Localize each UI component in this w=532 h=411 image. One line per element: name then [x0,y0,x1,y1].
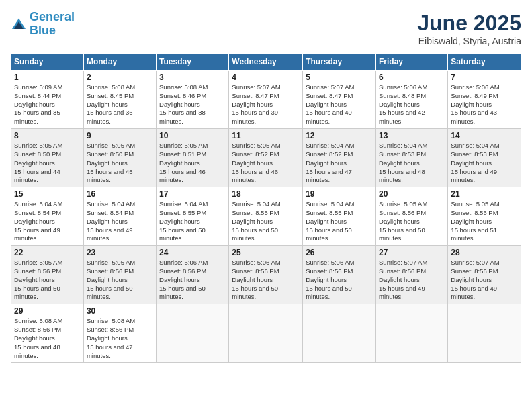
day-detail: Sunrise: 5:08 AM Sunset: 8:56 PM Dayligh… [14,317,81,360]
day-detail: Sunrise: 5:04 AM Sunset: 8:55 PM Dayligh… [159,200,226,243]
calendar-cell-24: 24 Sunrise: 5:06 AM Sunset: 8:56 PM Dayl… [157,246,229,304]
header-saturday: Saturday [448,54,521,71]
day-detail: Sunrise: 5:04 AM Sunset: 8:53 PM Dayligh… [451,142,518,185]
day-number: 14 [451,131,518,140]
logo-text: General Blue [30,11,75,38]
day-detail: Sunrise: 5:04 AM Sunset: 8:52 PM Dayligh… [306,142,373,185]
calendar-cell-3: 3 Sunrise: 5:08 AM Sunset: 8:46 PM Dayli… [157,71,229,129]
calendar-cell-empty [303,304,376,363]
day-detail: Sunrise: 5:05 AM Sunset: 8:56 PM Dayligh… [87,259,153,302]
calendar-cell-27: 27 Sunrise: 5:07 AM Sunset: 8:56 PM Dayl… [376,246,448,304]
day-detail: Sunrise: 5:05 AM Sunset: 8:56 PM Dayligh… [451,200,518,243]
calendar-cell-10: 10 Sunrise: 5:05 AM Sunset: 8:51 PM Dayl… [157,129,229,187]
week-row-5: 29 Sunrise: 5:08 AM Sunset: 8:56 PM Dayl… [11,304,521,363]
day-detail: Sunrise: 5:07 AM Sunset: 8:47 PM Dayligh… [306,83,373,126]
month-title: June 2025 [417,11,521,36]
page: General Blue June 2025 Eibiswald, Styria… [0,0,532,411]
day-detail: Sunrise: 5:07 AM Sunset: 8:47 PM Dayligh… [232,83,300,126]
week-row-2: 8 Sunrise: 5:05 AM Sunset: 8:50 PM Dayli… [11,129,521,187]
day-number: 3 [159,73,226,82]
day-number: 28 [451,248,518,257]
day-number: 23 [87,248,153,257]
day-number: 26 [306,248,373,257]
header-tuesday: Tuesday [157,54,229,71]
calendar-cell-2: 2 Sunrise: 5:08 AM Sunset: 8:45 PM Dayli… [83,71,156,129]
day-number: 12 [306,131,373,140]
day-detail: Sunrise: 5:06 AM Sunset: 8:56 PM Dayligh… [306,259,373,302]
calendar-cell-empty [229,304,303,363]
header-thursday: Thursday [303,54,376,71]
header-monday: Monday [83,54,156,71]
day-number: 2 [87,73,153,82]
day-detail: Sunrise: 5:05 AM Sunset: 8:50 PM Dayligh… [14,142,81,185]
day-number: 6 [379,73,445,82]
title-block: June 2025 Eibiswald, Styria, Austria [417,11,521,46]
calendar-cell-1: 1 Sunrise: 5:09 AM Sunset: 8:44 PM Dayli… [11,71,84,129]
day-detail: Sunrise: 5:06 AM Sunset: 8:56 PM Dayligh… [159,259,226,302]
day-number: 25 [232,248,300,257]
day-number: 13 [379,131,445,140]
calendar-cell-25: 25 Sunrise: 5:06 AM Sunset: 8:56 PM Dayl… [229,246,303,304]
day-detail: Sunrise: 5:06 AM Sunset: 8:49 PM Dayligh… [451,83,518,126]
calendar-cell-7: 7 Sunrise: 5:06 AM Sunset: 8:49 PM Dayli… [448,71,521,129]
calendar-cell-21: 21 Sunrise: 5:05 AM Sunset: 8:56 PM Dayl… [448,187,521,246]
calendar-cell-empty [376,304,448,363]
day-detail: Sunrise: 5:04 AM Sunset: 8:54 PM Dayligh… [14,200,81,243]
day-number: 4 [232,73,300,82]
day-detail: Sunrise: 5:05 AM Sunset: 8:52 PM Dayligh… [232,142,300,185]
header-sunday: Sunday [11,54,84,71]
day-number: 18 [232,189,300,199]
day-detail: Sunrise: 5:04 AM Sunset: 8:54 PM Dayligh… [87,200,153,243]
day-number: 15 [14,189,81,199]
day-number: 21 [451,189,518,199]
calendar-table: Sunday Monday Tuesday Wednesday Thursday… [11,53,521,363]
calendar-cell-11: 11 Sunrise: 5:05 AM Sunset: 8:52 PM Dayl… [229,129,303,187]
logo: General Blue [11,11,75,38]
day-number: 19 [306,189,373,199]
day-number: 11 [232,131,300,140]
calendar-cell-15: 15 Sunrise: 5:04 AM Sunset: 8:54 PM Dayl… [11,187,84,246]
calendar-cell-20: 20 Sunrise: 5:05 AM Sunset: 8:56 PM Dayl… [376,187,448,246]
logo-icon [11,17,27,31]
day-number: 16 [87,189,153,199]
day-number: 30 [87,306,153,316]
calendar-cell-17: 17 Sunrise: 5:04 AM Sunset: 8:55 PM Dayl… [157,187,229,246]
week-row-1: 1 Sunrise: 5:09 AM Sunset: 8:44 PM Dayli… [11,71,521,129]
week-row-4: 22 Sunrise: 5:05 AM Sunset: 8:56 PM Dayl… [11,246,521,304]
calendar-cell-6: 6 Sunrise: 5:06 AM Sunset: 8:48 PM Dayli… [376,71,448,129]
day-number: 10 [159,131,226,140]
header: General Blue June 2025 Eibiswald, Styria… [11,11,521,46]
day-number: 22 [14,248,81,257]
day-number: 24 [159,248,226,257]
day-detail: Sunrise: 5:05 AM Sunset: 8:51 PM Dayligh… [159,142,226,185]
location: Eibiswald, Styria, Austria [417,36,521,46]
day-detail: Sunrise: 5:05 AM Sunset: 8:50 PM Dayligh… [87,142,153,185]
day-number: 9 [87,131,153,140]
day-detail: Sunrise: 5:05 AM Sunset: 8:56 PM Dayligh… [379,200,445,243]
calendar-cell-16: 16 Sunrise: 5:04 AM Sunset: 8:54 PM Dayl… [83,187,156,246]
day-detail: Sunrise: 5:05 AM Sunset: 8:56 PM Dayligh… [14,259,81,302]
day-number: 29 [14,306,81,316]
calendar-cell-23: 23 Sunrise: 5:05 AM Sunset: 8:56 PM Dayl… [83,246,156,304]
calendar-cell-4: 4 Sunrise: 5:07 AM Sunset: 8:47 PM Dayli… [229,71,303,129]
calendar-cell-26: 26 Sunrise: 5:06 AM Sunset: 8:56 PM Dayl… [303,246,376,304]
day-detail: Sunrise: 5:04 AM Sunset: 8:55 PM Dayligh… [306,200,373,243]
day-number: 7 [451,73,518,82]
calendar-cell-empty [157,304,229,363]
day-detail: Sunrise: 5:07 AM Sunset: 8:56 PM Dayligh… [451,259,518,302]
day-detail: Sunrise: 5:09 AM Sunset: 8:44 PM Dayligh… [14,83,81,126]
day-detail: Sunrise: 5:08 AM Sunset: 8:56 PM Dayligh… [87,317,153,360]
day-detail: Sunrise: 5:06 AM Sunset: 8:48 PM Dayligh… [379,83,445,126]
header-friday: Friday [376,54,448,71]
day-number: 1 [14,73,81,82]
header-wednesday: Wednesday [229,54,303,71]
calendar-cell-29: 29 Sunrise: 5:08 AM Sunset: 8:56 PM Dayl… [11,304,84,363]
day-number: 17 [159,189,226,199]
day-number: 27 [379,248,445,257]
calendar-cell-empty [448,304,521,363]
calendar-cell-14: 14 Sunrise: 5:04 AM Sunset: 8:53 PM Dayl… [448,129,521,187]
day-number: 20 [379,189,445,199]
week-row-3: 15 Sunrise: 5:04 AM Sunset: 8:54 PM Dayl… [11,187,521,246]
calendar-cell-30: 30 Sunrise: 5:08 AM Sunset: 8:56 PM Dayl… [83,304,156,363]
calendar-cell-13: 13 Sunrise: 5:04 AM Sunset: 8:53 PM Dayl… [376,129,448,187]
